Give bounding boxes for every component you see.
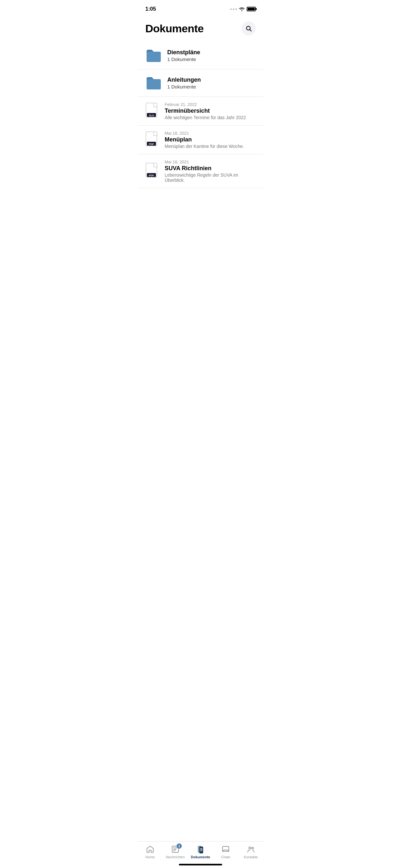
file-date-suva: Mai 18, 2021 [165, 159, 256, 164]
folder-list: Dienstpläne 1 Dokumente Anleitungen 1 Do… [137, 42, 264, 97]
file-title-suva: SUVA Richtlinien [165, 165, 256, 172]
pdf-icon-suva: PDF [145, 163, 159, 180]
folder-item-anleitungen[interactable]: Anleitungen 1 Dokumente [137, 69, 264, 97]
folder-count-dienstplaene: 1 Dokumente [167, 57, 256, 62]
xls-icon-terminuebersicht: XLS [145, 103, 159, 120]
pdf-icon-menuplan: PDF [145, 131, 159, 148]
file-item-terminuebersicht[interactable]: XLS Februar 21, 2022 Terminübersicht All… [137, 97, 264, 126]
folder-icon-dienstplaene [145, 47, 162, 64]
wifi-icon [239, 7, 245, 11]
status-bar: 1:05 [137, 0, 264, 16]
svg-text:PDF: PDF [149, 143, 154, 146]
folder-icon-anleitungen [145, 74, 162, 91]
folder-title-dienstplaene: Dienstpläne [167, 49, 256, 56]
file-date-menuplan: Mai 18, 2021 [165, 131, 256, 135]
file-content-terminuebersicht: Februar 21, 2022 Terminübersicht Alle wi… [165, 102, 256, 120]
file-item-menuplan[interactable]: PDF Mai 18, 2021 Menüplan Menüplan der K… [137, 126, 264, 154]
file-list: XLS Februar 21, 2022 Terminübersicht All… [137, 97, 264, 188]
status-icons [230, 7, 256, 11]
file-date-terminuebersicht: Februar 21, 2022 [165, 102, 256, 107]
file-item-suva[interactable]: PDF Mai 18, 2021 SUVA Richtlinien Lebens… [137, 154, 264, 188]
folder-title-anleitungen: Anleitungen [167, 76, 256, 83]
search-icon [245, 25, 252, 32]
svg-text:PDF: PDF [149, 174, 154, 177]
folder-item-dienstplaene[interactable]: Dienstpläne 1 Dokumente [137, 42, 264, 69]
svg-text:XLS: XLS [149, 114, 154, 117]
file-desc-suva: Lebenswichtige Regeln der SUVA im Überbl… [165, 173, 256, 183]
file-desc-menuplan: Menüplan der Kantine für diese Woche. [165, 144, 256, 149]
svg-line-1 [250, 30, 251, 31]
status-time: 1:05 [145, 6, 156, 12]
folder-content-dienstplaene: Dienstpläne 1 Dokumente [167, 49, 256, 62]
file-content-suva: Mai 18, 2021 SUVA Richtlinien Lebenswich… [165, 159, 256, 183]
battery-icon [247, 7, 256, 11]
search-button[interactable] [242, 21, 256, 35]
file-content-menuplan: Mai 18, 2021 Menüplan Menüplan der Kanti… [165, 131, 256, 149]
folder-content-anleitungen: Anleitungen 1 Dokumente [167, 76, 256, 89]
file-title-menuplan: Menüplan [165, 136, 256, 143]
page-header: Dokumente [137, 16, 264, 42]
file-title-terminuebersicht: Terminübersicht [165, 107, 256, 114]
folder-count-anleitungen: 1 Dokumente [167, 84, 256, 89]
page-title: Dokumente [145, 22, 204, 35]
signal-icon [230, 8, 237, 10]
file-desc-terminuebersicht: Alle wichtigen Termine für das Jahr 2022 [165, 115, 256, 120]
